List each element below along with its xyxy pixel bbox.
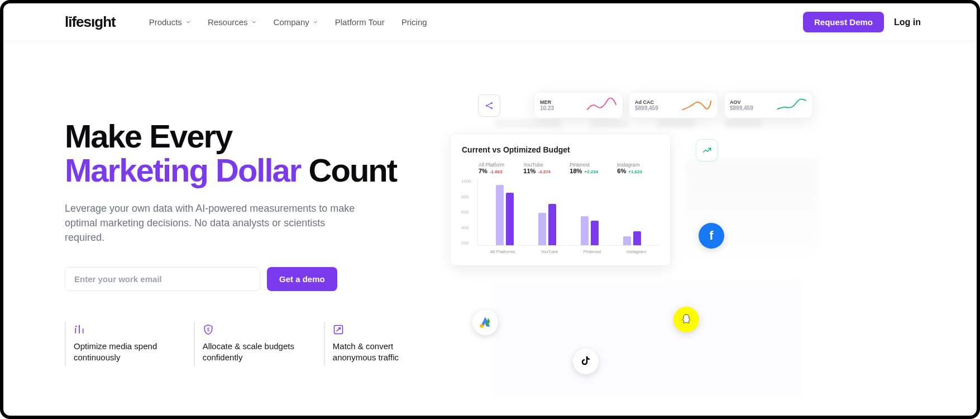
trend-up-icon xyxy=(702,145,712,155)
request-demo-button[interactable]: Request Demo xyxy=(803,12,884,32)
nav-resources[interactable]: Resources xyxy=(208,17,257,27)
brand-logo[interactable]: lıfesıght xyxy=(65,13,116,31)
match-icon xyxy=(333,324,344,335)
chevron-down-icon xyxy=(185,20,191,25)
header-right: Request Demo Log in xyxy=(803,12,921,32)
aov-card: AOV$899,459 xyxy=(724,92,813,118)
google-ads-icon xyxy=(472,310,498,335)
trend-card[interactable] xyxy=(696,139,718,161)
login-link[interactable]: Log in xyxy=(894,17,921,27)
shield-icon: $ xyxy=(203,324,214,335)
share-icon-button[interactable] xyxy=(478,94,500,117)
header-left: lıfesıght Products Resources Company Pla… xyxy=(65,13,427,31)
settings-icon xyxy=(74,324,85,335)
y-axis-labels: 1000800600400200 xyxy=(461,179,471,245)
hero-description: Leverage your own data with AI-powered m… xyxy=(65,201,366,245)
svg-point-3 xyxy=(491,102,493,104)
sparkline-icon xyxy=(776,98,807,112)
nav-platform-tour[interactable]: Platform Tour xyxy=(335,17,385,27)
main-header: lıfesıght Products Resources Company Pla… xyxy=(3,3,977,41)
facebook-icon: f xyxy=(699,223,724,249)
cta-row: Get a demo xyxy=(65,267,450,291)
nav-company[interactable]: Company xyxy=(274,17,318,27)
hero-visual: MER10.23 Ad CAC$899,459 AOV$899,459 Curr… xyxy=(450,75,977,366)
nav-pricing[interactable]: Pricing xyxy=(401,17,427,27)
snapchat-icon xyxy=(673,307,699,332)
nav-products[interactable]: Products xyxy=(149,17,191,27)
svg-text:$: $ xyxy=(207,327,209,332)
tiktok-icon xyxy=(573,349,599,374)
bar-chart: 1000800600400200 xyxy=(477,179,659,246)
email-input[interactable] xyxy=(65,267,260,291)
feature-allocate: $ Allocate & scale budgets confidently xyxy=(194,322,324,366)
chevron-down-icon xyxy=(313,20,318,25)
sparkline-icon xyxy=(586,98,617,112)
main-nav: Products Resources Company Platform Tour… xyxy=(149,17,427,27)
x-axis-labels: All PlatformsYouTubePinterestInstagram xyxy=(477,249,659,254)
feature-optimize: Optimize media spend continuously xyxy=(65,322,194,366)
adcac-card: Ad CAC$899,459 xyxy=(629,92,718,118)
budget-chart-card: Current vs Optimized Budget All Platform… xyxy=(450,134,671,266)
get-demo-button[interactable]: Get a demo xyxy=(267,267,337,291)
hero-headline: Make Every Marketing Dollar Count xyxy=(65,120,450,188)
hero-section: Make Every Marketing Dollar Count Levera… xyxy=(3,41,977,366)
sparkline-icon xyxy=(681,98,712,112)
svg-point-5 xyxy=(480,324,484,328)
svg-point-2 xyxy=(486,105,487,107)
chevron-down-icon xyxy=(251,20,257,25)
features-row: Optimize media spend continuously $ Allo… xyxy=(65,322,450,366)
hero-copy: Make Every Marketing Dollar Count Levera… xyxy=(65,75,450,366)
mer-card: MER10.23 xyxy=(534,92,623,118)
chart-stats-row: All Platform7%-1.863 YouTube11%-4.374 Pi… xyxy=(462,162,659,174)
chart-title: Current vs Optimized Budget xyxy=(462,145,659,154)
share-icon xyxy=(484,101,494,111)
svg-point-4 xyxy=(491,107,493,109)
feature-match: Match & convert anonymous traffic xyxy=(324,322,450,366)
